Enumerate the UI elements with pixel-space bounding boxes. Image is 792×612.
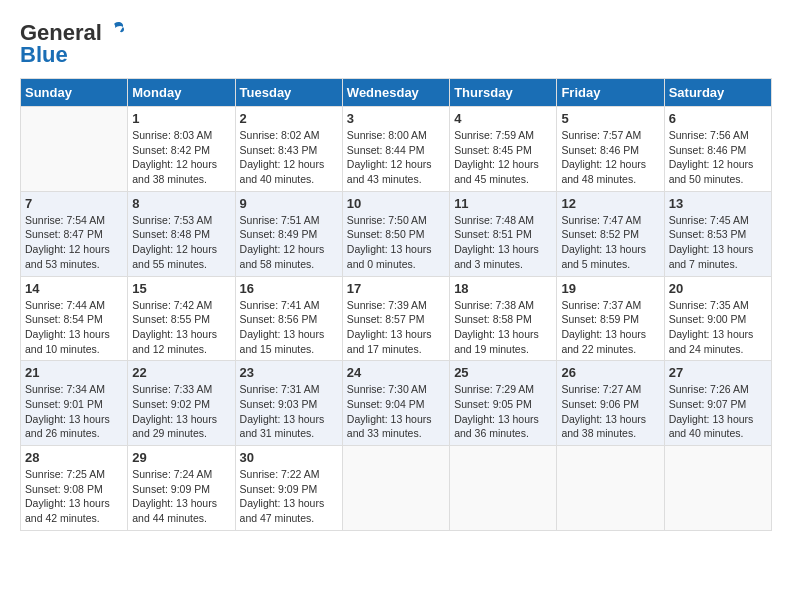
logo-blue-text: Blue <box>20 42 68 68</box>
day-number: 3 <box>347 111 445 126</box>
calendar-cell: 13Sunrise: 7:45 AMSunset: 8:53 PMDayligh… <box>664 191 771 276</box>
calendar-cell: 24Sunrise: 7:30 AMSunset: 9:04 PMDayligh… <box>342 361 449 446</box>
day-info: Sunrise: 7:30 AMSunset: 9:04 PMDaylight:… <box>347 382 445 441</box>
day-info: Sunrise: 7:35 AMSunset: 9:00 PMDaylight:… <box>669 298 767 357</box>
calendar-cell: 2Sunrise: 8:02 AMSunset: 8:43 PMDaylight… <box>235 107 342 192</box>
day-info: Sunrise: 8:02 AMSunset: 8:43 PMDaylight:… <box>240 128 338 187</box>
calendar-cell <box>664 446 771 531</box>
day-info: Sunrise: 7:34 AMSunset: 9:01 PMDaylight:… <box>25 382 123 441</box>
day-number: 17 <box>347 281 445 296</box>
day-number: 30 <box>240 450 338 465</box>
day-number: 15 <box>132 281 230 296</box>
day-info: Sunrise: 7:42 AMSunset: 8:55 PMDaylight:… <box>132 298 230 357</box>
calendar-cell: 14Sunrise: 7:44 AMSunset: 8:54 PMDayligh… <box>21 276 128 361</box>
day-info: Sunrise: 7:39 AMSunset: 8:57 PMDaylight:… <box>347 298 445 357</box>
calendar-cell: 4Sunrise: 7:59 AMSunset: 8:45 PMDaylight… <box>450 107 557 192</box>
day-number: 2 <box>240 111 338 126</box>
day-info: Sunrise: 7:33 AMSunset: 9:02 PMDaylight:… <box>132 382 230 441</box>
calendar-cell <box>21 107 128 192</box>
day-info: Sunrise: 7:27 AMSunset: 9:06 PMDaylight:… <box>561 382 659 441</box>
calendar-header-row: SundayMondayTuesdayWednesdayThursdayFrid… <box>21 79 772 107</box>
logo-bird-icon <box>104 20 126 42</box>
calendar-cell: 10Sunrise: 7:50 AMSunset: 8:50 PMDayligh… <box>342 191 449 276</box>
day-number: 21 <box>25 365 123 380</box>
calendar-cell: 26Sunrise: 7:27 AMSunset: 9:06 PMDayligh… <box>557 361 664 446</box>
calendar-cell: 9Sunrise: 7:51 AMSunset: 8:49 PMDaylight… <box>235 191 342 276</box>
column-header-monday: Monday <box>128 79 235 107</box>
calendar-cell: 21Sunrise: 7:34 AMSunset: 9:01 PMDayligh… <box>21 361 128 446</box>
day-number: 27 <box>669 365 767 380</box>
day-info: Sunrise: 7:41 AMSunset: 8:56 PMDaylight:… <box>240 298 338 357</box>
day-number: 20 <box>669 281 767 296</box>
calendar-cell: 12Sunrise: 7:47 AMSunset: 8:52 PMDayligh… <box>557 191 664 276</box>
day-info: Sunrise: 8:03 AMSunset: 8:42 PMDaylight:… <box>132 128 230 187</box>
calendar-cell: 22Sunrise: 7:33 AMSunset: 9:02 PMDayligh… <box>128 361 235 446</box>
day-info: Sunrise: 7:45 AMSunset: 8:53 PMDaylight:… <box>669 213 767 272</box>
day-number: 8 <box>132 196 230 211</box>
calendar-cell: 29Sunrise: 7:24 AMSunset: 9:09 PMDayligh… <box>128 446 235 531</box>
calendar-cell: 3Sunrise: 8:00 AMSunset: 8:44 PMDaylight… <box>342 107 449 192</box>
day-number: 13 <box>669 196 767 211</box>
calendar-cell: 5Sunrise: 7:57 AMSunset: 8:46 PMDaylight… <box>557 107 664 192</box>
calendar-cell: 8Sunrise: 7:53 AMSunset: 8:48 PMDaylight… <box>128 191 235 276</box>
day-number: 12 <box>561 196 659 211</box>
calendar-cell <box>557 446 664 531</box>
calendar-week-3: 14Sunrise: 7:44 AMSunset: 8:54 PMDayligh… <box>21 276 772 361</box>
calendar-cell: 25Sunrise: 7:29 AMSunset: 9:05 PMDayligh… <box>450 361 557 446</box>
calendar-cell: 7Sunrise: 7:54 AMSunset: 8:47 PMDaylight… <box>21 191 128 276</box>
day-info: Sunrise: 7:26 AMSunset: 9:07 PMDaylight:… <box>669 382 767 441</box>
day-info: Sunrise: 7:50 AMSunset: 8:50 PMDaylight:… <box>347 213 445 272</box>
day-number: 5 <box>561 111 659 126</box>
calendar-week-5: 28Sunrise: 7:25 AMSunset: 9:08 PMDayligh… <box>21 446 772 531</box>
logo: General Blue <box>20 20 126 68</box>
calendar-cell: 30Sunrise: 7:22 AMSunset: 9:09 PMDayligh… <box>235 446 342 531</box>
day-number: 14 <box>25 281 123 296</box>
day-info: Sunrise: 7:38 AMSunset: 8:58 PMDaylight:… <box>454 298 552 357</box>
calendar-cell: 28Sunrise: 7:25 AMSunset: 9:08 PMDayligh… <box>21 446 128 531</box>
day-number: 11 <box>454 196 552 211</box>
day-info: Sunrise: 7:22 AMSunset: 9:09 PMDaylight:… <box>240 467 338 526</box>
day-number: 9 <box>240 196 338 211</box>
calendar-cell: 1Sunrise: 8:03 AMSunset: 8:42 PMDaylight… <box>128 107 235 192</box>
column-header-wednesday: Wednesday <box>342 79 449 107</box>
day-info: Sunrise: 7:44 AMSunset: 8:54 PMDaylight:… <box>25 298 123 357</box>
day-number: 24 <box>347 365 445 380</box>
day-info: Sunrise: 8:00 AMSunset: 8:44 PMDaylight:… <box>347 128 445 187</box>
calendar-week-4: 21Sunrise: 7:34 AMSunset: 9:01 PMDayligh… <box>21 361 772 446</box>
day-number: 16 <box>240 281 338 296</box>
day-info: Sunrise: 7:25 AMSunset: 9:08 PMDaylight:… <box>25 467 123 526</box>
day-number: 7 <box>25 196 123 211</box>
calendar-cell: 6Sunrise: 7:56 AMSunset: 8:46 PMDaylight… <box>664 107 771 192</box>
day-info: Sunrise: 7:56 AMSunset: 8:46 PMDaylight:… <box>669 128 767 187</box>
calendar-cell: 19Sunrise: 7:37 AMSunset: 8:59 PMDayligh… <box>557 276 664 361</box>
day-number: 1 <box>132 111 230 126</box>
calendar-cell: 17Sunrise: 7:39 AMSunset: 8:57 PMDayligh… <box>342 276 449 361</box>
column-header-saturday: Saturday <box>664 79 771 107</box>
calendar-cell: 16Sunrise: 7:41 AMSunset: 8:56 PMDayligh… <box>235 276 342 361</box>
column-header-tuesday: Tuesday <box>235 79 342 107</box>
day-number: 19 <box>561 281 659 296</box>
calendar-cell: 18Sunrise: 7:38 AMSunset: 8:58 PMDayligh… <box>450 276 557 361</box>
calendar-cell: 20Sunrise: 7:35 AMSunset: 9:00 PMDayligh… <box>664 276 771 361</box>
calendar-cell: 11Sunrise: 7:48 AMSunset: 8:51 PMDayligh… <box>450 191 557 276</box>
day-number: 22 <box>132 365 230 380</box>
day-number: 4 <box>454 111 552 126</box>
day-info: Sunrise: 7:51 AMSunset: 8:49 PMDaylight:… <box>240 213 338 272</box>
calendar-cell <box>450 446 557 531</box>
calendar-cell <box>342 446 449 531</box>
day-number: 26 <box>561 365 659 380</box>
calendar-cell: 15Sunrise: 7:42 AMSunset: 8:55 PMDayligh… <box>128 276 235 361</box>
header: General Blue <box>20 20 772 68</box>
day-info: Sunrise: 7:47 AMSunset: 8:52 PMDaylight:… <box>561 213 659 272</box>
day-info: Sunrise: 7:53 AMSunset: 8:48 PMDaylight:… <box>132 213 230 272</box>
day-info: Sunrise: 7:29 AMSunset: 9:05 PMDaylight:… <box>454 382 552 441</box>
calendar-cell: 27Sunrise: 7:26 AMSunset: 9:07 PMDayligh… <box>664 361 771 446</box>
day-number: 28 <box>25 450 123 465</box>
day-number: 29 <box>132 450 230 465</box>
day-number: 18 <box>454 281 552 296</box>
calendar: SundayMondayTuesdayWednesdayThursdayFrid… <box>20 78 772 531</box>
day-info: Sunrise: 7:24 AMSunset: 9:09 PMDaylight:… <box>132 467 230 526</box>
day-number: 6 <box>669 111 767 126</box>
day-info: Sunrise: 7:31 AMSunset: 9:03 PMDaylight:… <box>240 382 338 441</box>
calendar-week-2: 7Sunrise: 7:54 AMSunset: 8:47 PMDaylight… <box>21 191 772 276</box>
